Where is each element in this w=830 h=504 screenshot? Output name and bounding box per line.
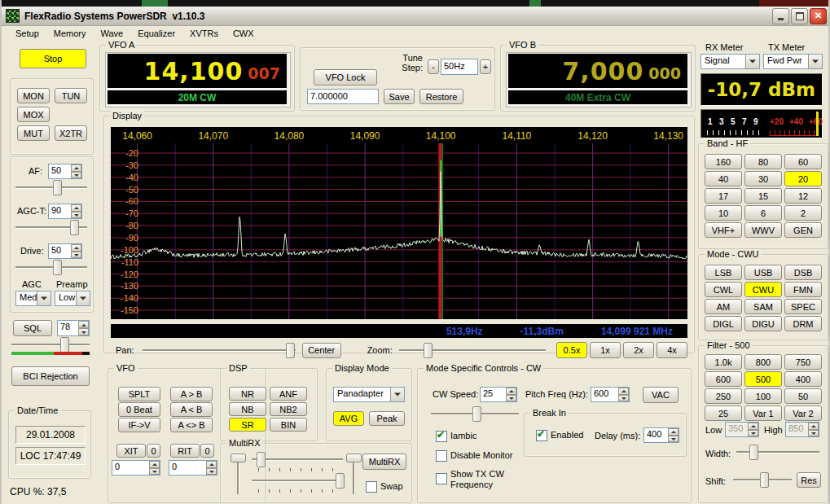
mode-am-button[interactable]: AM: [705, 299, 742, 314]
pan-slider[interactable]: [143, 343, 296, 357]
nr-button[interactable]: NR: [229, 387, 266, 401]
filter-width-slider[interactable]: [736, 445, 819, 459]
zoom-1x-button[interactable]: 1x: [590, 342, 621, 358]
rit-spinner[interactable]: 0: [169, 460, 217, 476]
filter-shift-slider[interactable]: [733, 472, 792, 487]
band-gen-button[interactable]: GEN: [784, 222, 822, 238]
cw-speed-slider[interactable]: [431, 406, 519, 421]
band-15-button[interactable]: 15: [744, 188, 782, 204]
af-spinner[interactable]: 50: [48, 164, 82, 179]
filter-600-button[interactable]: 600: [705, 371, 742, 387]
bin-button[interactable]: BIN: [270, 418, 307, 432]
filter-400-button[interactable]: 400: [784, 371, 822, 387]
af-slider[interactable]: [15, 180, 87, 195]
band-wwv-button[interactable]: WWV: [744, 222, 782, 238]
mode-dsb-button[interactable]: DSB: [784, 265, 822, 280]
band-6-button[interactable]: 6: [744, 205, 782, 221]
menu-wave[interactable]: Wave: [93, 27, 130, 40]
mode-cwl-button[interactable]: CWL: [705, 282, 742, 297]
menu-setup[interactable]: Setup: [8, 27, 46, 40]
avg-button[interactable]: AVG: [333, 411, 364, 426]
cw-speed-spinner[interactable]: 25: [480, 387, 517, 402]
filter-1k-button[interactable]: 1.0k: [705, 354, 742, 370]
display-mode-select[interactable]: Panadapter: [333, 387, 405, 402]
agct-spinner[interactable]: 90: [48, 204, 82, 219]
chevron-down-icon[interactable]: [390, 388, 404, 401]
filter-500-button[interactable]: 500: [744, 371, 782, 387]
close-button[interactable]: ✕: [810, 8, 827, 24]
peak-button[interactable]: Peak: [369, 411, 405, 426]
rx-meter-select[interactable]: Signal: [700, 54, 760, 69]
delay-spinner[interactable]: 400: [643, 427, 679, 443]
a-swap-b-button[interactable]: A <> B: [170, 418, 213, 432]
band-2-button[interactable]: 2: [784, 205, 822, 221]
a-to-b-button[interactable]: A > B: [170, 387, 213, 401]
vfo-b-frequency-display[interactable]: 7,000 000: [508, 54, 687, 88]
menu-memory[interactable]: Memory: [46, 27, 94, 40]
b-to-a-button[interactable]: A < B: [170, 402, 213, 417]
multirx-pan-slider-left[interactable]: [231, 454, 245, 494]
vac-button[interactable]: VAC: [643, 387, 678, 403]
tune-step-value[interactable]: 50Hz: [441, 59, 478, 75]
start-stop-button[interactable]: Stop: [20, 49, 86, 68]
save-button[interactable]: Save: [384, 89, 415, 104]
tun-button[interactable]: TUN: [55, 88, 87, 103]
chevron-down-icon[interactable]: [808, 55, 822, 68]
drive-slider[interactable]: [15, 260, 87, 274]
mode-digl-button[interactable]: DIGL: [705, 316, 742, 331]
zoom-slider[interactable]: [399, 343, 546, 357]
band-30-button[interactable]: 30: [744, 171, 782, 186]
band-60-button[interactable]: 60: [784, 154, 822, 169]
xit-spinner[interactable]: 0: [112, 460, 160, 476]
mode-spec-button[interactable]: SPEC: [784, 299, 822, 314]
band-160-button[interactable]: 160: [705, 154, 742, 169]
band-17-button[interactable]: 17: [705, 188, 742, 204]
chevron-down-icon[interactable]: [745, 55, 759, 68]
menu-equalizer[interactable]: Equalizer: [130, 27, 182, 40]
menu-cwx[interactable]: CWX: [226, 27, 261, 40]
multirx-pan-slider-right[interactable]: [346, 454, 361, 494]
filter-250-button[interactable]: 250: [705, 388, 742, 404]
zoom-05x-button[interactable]: 0.5x: [556, 342, 587, 358]
mode-usb-button[interactable]: USB: [744, 265, 782, 280]
band-80-button[interactable]: 80: [744, 154, 782, 169]
agct-slider[interactable]: [15, 220, 87, 234]
mut-button[interactable]: MUT: [17, 125, 50, 141]
mode-digu-button[interactable]: DIGU: [744, 316, 782, 331]
frequency-entry-field[interactable]: 7.000000: [307, 89, 379, 104]
sr-button[interactable]: SR: [229, 418, 266, 432]
mon-button[interactable]: MON: [17, 88, 50, 103]
filter-800-button[interactable]: 800: [744, 354, 782, 370]
rit-zero-button[interactable]: 0: [200, 444, 214, 458]
sql-button[interactable]: SQL: [13, 320, 52, 336]
band-40-button[interactable]: 40: [705, 171, 742, 186]
if-to-v-button[interactable]: IF->V: [118, 418, 160, 432]
multirx-tune-slider[interactable]: [252, 452, 343, 467]
filter-var2-button[interactable]: Var 2: [784, 405, 822, 421]
sql-spinner[interactable]: 78: [57, 320, 90, 336]
mode-fmn-button[interactable]: FMN: [784, 282, 822, 297]
vfo-lock-button[interactable]: VFO Lock: [314, 69, 377, 85]
drive-spinner[interactable]: 50: [48, 243, 82, 259]
anf-button[interactable]: ANF: [270, 387, 307, 401]
filter-100-button[interactable]: 100: [744, 388, 782, 404]
maximize-button[interactable]: [791, 8, 808, 24]
mode-sam-button[interactable]: SAM: [744, 299, 782, 314]
band-12-button[interactable]: 12: [784, 188, 822, 204]
multirx-gain-slider[interactable]: [252, 473, 343, 488]
x2tr-button[interactable]: X2TR: [55, 125, 87, 141]
panadapter-spectrum[interactable]: 14,06014,07014,08014,09014,10014,11014,1…: [111, 127, 687, 319]
mode-cwu-button[interactable]: CWU: [744, 282, 782, 297]
band-vhf-button[interactable]: VHF+: [705, 222, 742, 238]
agc-select[interactable]: Med: [15, 291, 51, 306]
filter-res-button[interactable]: Res: [797, 472, 821, 488]
band-10-button[interactable]: 10: [705, 205, 742, 221]
show-tx-cw-checkbox[interactable]: [436, 473, 447, 484]
preamp-select[interactable]: Low: [55, 291, 90, 306]
break-in-enabled-checkbox[interactable]: [536, 430, 547, 441]
zero-beat-button[interactable]: 0 Beat: [118, 402, 160, 417]
zoom-2x-button[interactable]: 2x: [623, 342, 654, 358]
iambic-checkbox[interactable]: [436, 431, 447, 442]
tune-step-plus-button[interactable]: +: [480, 59, 491, 74]
mox-button[interactable]: MOX: [17, 107, 50, 122]
